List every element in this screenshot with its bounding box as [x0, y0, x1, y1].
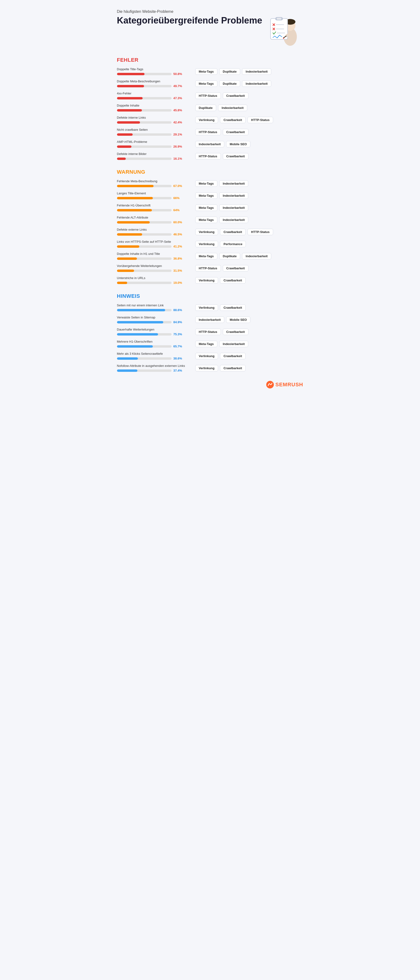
section-title-hinweis: HINWEIS [117, 293, 303, 299]
bar-track [117, 209, 172, 212]
tag-list: HTTP-StatusCrawlbarkeit [195, 153, 303, 159]
sections-container: FEHLERDoppelte Title-Tags50.8%Meta-TagsD… [117, 57, 303, 372]
bar-fill [117, 357, 138, 360]
item-name: Unterstriche in URLs [117, 276, 191, 280]
tag: Meta-Tags [195, 192, 217, 199]
section-warnung: WARNUNGFehlende Meta-Beschreibung67.0%Me… [117, 169, 303, 285]
bar-value: 49.7% [173, 84, 183, 88]
tag: Meta-Tags [195, 68, 217, 75]
bar-value: 66% [173, 196, 183, 200]
item-name: Doppelte Inhalte [117, 104, 191, 107]
list-item: Doppelte Inhalte45.8%DuplikateIndexierba… [117, 104, 303, 112]
tag-list: Meta-TagsDuplikateIndexierbarkeit [195, 253, 303, 259]
bar-fill [117, 282, 127, 284]
bar-row: 67.0% [117, 184, 191, 188]
item-left: Doppelte Meta-Beschreibungen49.7% [117, 80, 191, 88]
bar-row: 66% [117, 196, 191, 200]
bar-row: 38.6% [117, 356, 191, 360]
semrush-brand-text: SEMRUSH [275, 382, 303, 388]
tag-list: Meta-TagsDuplikateIndexierbarkeit [195, 68, 303, 75]
tag-list: IndexierbarkeitMobile SEO [195, 317, 303, 323]
list-item: Langes Title-Element66%Meta-TagsIndexier… [117, 191, 303, 200]
tag-list: Meta-TagsDuplikateIndexierbarkeit [195, 80, 303, 87]
bar-row: 19.0% [117, 281, 191, 285]
bar-fill [117, 185, 154, 187]
tag: Mobile SEO [226, 141, 250, 147]
bar-row: 65.7% [117, 345, 191, 348]
item-name: Doppelte Inhalte in H1 und Title [117, 252, 191, 256]
tag: Verlinkung [195, 365, 218, 371]
footer: SEMRUSH [117, 381, 303, 388]
bar-row: 45.8% [117, 108, 191, 112]
bar-value: 38.6% [173, 356, 183, 360]
tag-list: HTTP-StatusCrawlbarkeit [195, 265, 303, 272]
item-left: Seiten mit nur einem internen Link88.6% [117, 304, 191, 312]
item-name: Mehr als 3 Klicks Seitencrawltiefe [117, 352, 191, 355]
tag-list: Meta-TagsIndexierbarkeit [195, 216, 303, 223]
tag: Crawlbarkeit [223, 92, 248, 99]
item-left: Doppelte Title-Tags50.8% [117, 67, 191, 76]
bar-fill [117, 369, 137, 372]
list-item: Fehlende ALT-Attribute60.0%Meta-TagsInde… [117, 216, 303, 224]
item-name: Defekte externe Links [117, 228, 191, 231]
list-item: Verwaiste Seiten in Sitemap84.9%Indexier… [117, 316, 303, 324]
tag: Meta-Tags [195, 180, 217, 187]
bar-fill [117, 158, 126, 160]
bar-value: 31.5% [173, 269, 183, 272]
item-left: Fehlende ALT-Attribute60.0% [117, 216, 191, 224]
item-left: Links von HTTPS-Seite auf HTTP-Seite41.2… [117, 240, 191, 248]
item-name: Doppelte Title-Tags [117, 67, 191, 71]
bar-row: 49.7% [117, 84, 191, 88]
tag: Indexierbarkeit [242, 80, 271, 87]
tag-list: VerlinkungCrawlbarkeitHTTP-Status [195, 117, 303, 123]
bar-value: 50.8% [173, 72, 183, 76]
bar-track [117, 145, 172, 148]
tag: Indexierbarkeit [219, 216, 248, 223]
item-left: Doppelte Inhalte in H1 und Title36.8% [117, 252, 191, 260]
tag: Indexierbarkeit [242, 68, 271, 75]
item-left: 4xx-Fehler47.3% [117, 92, 191, 100]
item-left: Nofollow-Attribute in ausgehenden extern… [117, 364, 191, 372]
bar-fill [117, 258, 137, 260]
bar-fill [117, 270, 134, 272]
item-left: Fehlende Meta-Beschreibung67.0% [117, 180, 191, 188]
tag-list: VerlinkungPerformance [195, 241, 303, 247]
tag: Duplikate [195, 105, 216, 111]
bar-track [117, 158, 172, 160]
tag: Meta-Tags [195, 205, 217, 211]
item-left: Defekte interne Bilder16.1% [117, 152, 191, 161]
bar-row: 29.1% [117, 133, 191, 136]
tag: Indexierbarkeit [195, 317, 224, 323]
tag: Verlinkung [195, 304, 218, 311]
bar-track [117, 97, 172, 99]
tag: Crawlbarkeit [223, 153, 248, 159]
list-item: Doppelte Meta-Beschreibungen49.7%Meta-Ta… [117, 80, 303, 88]
list-item: Fehlende H1-Überschrift64%Meta-TagsIndex… [117, 204, 303, 212]
header-subtitle: Die häufigsten Website-Probleme [117, 10, 262, 14]
tag: Crawlbarkeit [223, 265, 248, 272]
bar-row: 84.9% [117, 320, 191, 324]
item-left: Doppelte Inhalte45.8% [117, 104, 191, 112]
bar-track [117, 282, 172, 284]
bar-fill [117, 209, 152, 212]
tag: HTTP-Status [248, 117, 273, 123]
bar-value: 75.3% [173, 332, 183, 336]
bar-track [117, 270, 172, 272]
item-name: Fehlende Meta-Beschreibung [117, 180, 191, 183]
bar-value: 45.8% [173, 108, 183, 112]
tag: Crawlbarkeit [220, 365, 246, 371]
list-item: Defekte interne Links42.4%VerlinkungCraw… [117, 116, 303, 124]
tag: Verlinkung [195, 241, 218, 247]
bar-value: 46.5% [173, 232, 183, 236]
bar-value: 88.6% [173, 308, 183, 312]
bar-row: 47.3% [117, 96, 191, 100]
bar-track [117, 309, 172, 311]
bar-track [117, 134, 172, 136]
list-item: Seiten mit nur einem internen Link88.6%V… [117, 304, 303, 312]
bar-track [117, 121, 172, 124]
tag: Indexierbarkeit [219, 180, 248, 187]
item-name: Fehlende ALT-Attribute [117, 216, 191, 219]
item-left: AMP-HTML-Probleme26.9% [117, 140, 191, 148]
bar-track [117, 109, 172, 111]
bar-value: 16.1% [173, 157, 183, 161]
